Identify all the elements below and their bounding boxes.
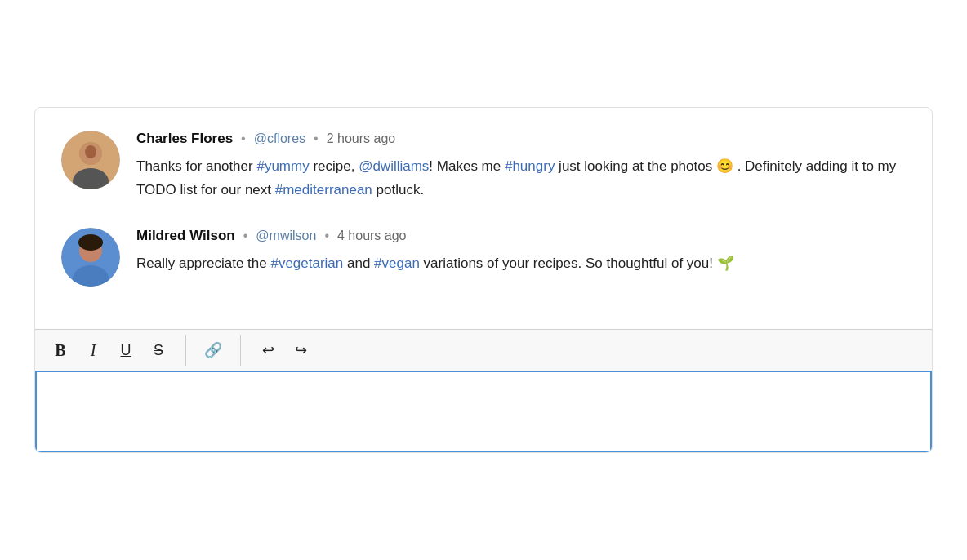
comment-2-content: Mildred Wilson • @mwilson • 4 hours ago … xyxy=(136,228,906,287)
comment-1-handle[interactable]: @cflores xyxy=(254,131,305,146)
svg-point-9 xyxy=(78,234,103,251)
comment-section-container: Charles Flores • @cflores • 2 hours ago … xyxy=(34,107,933,454)
svg-point-4 xyxy=(85,145,96,158)
comment-item: Charles Flores • @cflores • 2 hours ago … xyxy=(61,131,906,202)
avatar-mildred xyxy=(61,228,120,287)
link-button[interactable]: 🔗 xyxy=(198,335,229,366)
hashtag-vegan[interactable]: #vegan xyxy=(374,256,420,271)
text-editor-input[interactable] xyxy=(35,371,932,452)
comment-2-handle[interactable]: @mwilson xyxy=(256,229,316,243)
comment-1-content: Charles Flores • @cflores • 2 hours ago … xyxy=(136,131,906,202)
redo-button[interactable]: ↪ xyxy=(285,335,316,366)
comment-1-author-name: Charles Flores xyxy=(136,131,233,147)
comment-2-author-name: Mildred Wilson xyxy=(136,228,235,244)
link-group: 🔗 xyxy=(198,335,241,366)
comment-2-header: Mildred Wilson • @mwilson • 4 hours ago xyxy=(136,228,906,244)
comment-2-text: Really appreciate the #vegetarian and #v… xyxy=(136,252,906,276)
comment-2-dot2: • xyxy=(324,229,329,243)
comments-list: Charles Flores • @cflores • 2 hours ago … xyxy=(35,108,932,330)
undo-button[interactable]: ↩ xyxy=(252,335,283,366)
comment-1-dot1: • xyxy=(241,131,246,146)
comment-2-dot1: • xyxy=(243,229,248,243)
formatting-group: B I U S xyxy=(45,335,186,366)
hashtag-hungry[interactable]: #hungry xyxy=(505,158,555,174)
comment-1-text: Thanks for another #yummy recipe, @dwill… xyxy=(136,155,906,202)
hashtag-vegetarian[interactable]: #vegetarian xyxy=(270,256,343,271)
comment-1-timestamp: 2 hours ago xyxy=(327,131,396,146)
avatar-charles xyxy=(61,131,120,189)
underline-button[interactable]: U xyxy=(110,335,141,366)
italic-button[interactable]: I xyxy=(78,335,109,366)
hashtag-mediterranean[interactable]: #mediterranean xyxy=(275,182,372,198)
bold-button[interactable]: B xyxy=(45,335,76,366)
comment-1-header: Charles Flores • @cflores • 2 hours ago xyxy=(136,131,906,147)
hashtag-yummy[interactable]: #yummy xyxy=(256,158,309,174)
text-editor-toolbar: B I U S 🔗 ↩ ↪ xyxy=(35,329,932,371)
history-group: ↩ ↪ xyxy=(252,335,316,366)
comment-1-dot2: • xyxy=(314,131,319,146)
comment-2-timestamp: 4 hours ago xyxy=(337,229,407,243)
editor-wrapper xyxy=(35,371,932,452)
comment-item: Mildred Wilson • @mwilson • 4 hours ago … xyxy=(61,228,906,287)
strikethrough-button[interactable]: S xyxy=(143,335,174,366)
mention-dwilliams[interactable]: @dwilliams xyxy=(359,158,429,174)
